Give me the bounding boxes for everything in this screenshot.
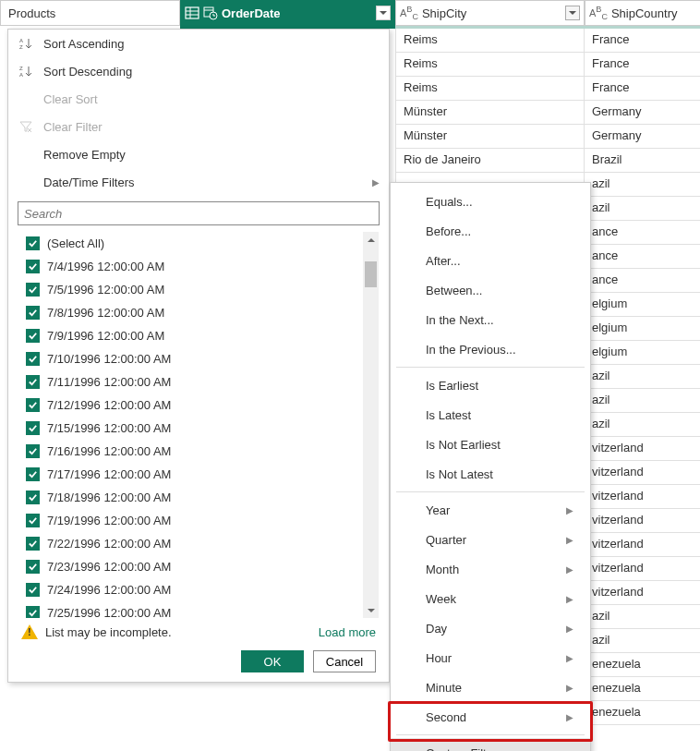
checkbox-checked-icon[interactable] [26,491,40,504]
column-header-shipcountry[interactable]: ABC ShipCountry [585,0,700,26]
filter-month[interactable]: Month▶ [391,554,590,584]
scroll-up-icon[interactable] [363,232,379,248]
cell-shipcountry[interactable]: France [585,29,700,53]
cell-shipcountry[interactable]: ance [585,245,700,269]
filter-is-not-latest[interactable]: Is Not Latest [391,459,590,489]
datetime-filters[interactable]: Date/Time Filters ▶ [8,168,389,196]
filter-value-item[interactable]: 7/9/1996 12:00:00 AM [18,324,379,347]
cell-shipcountry[interactable]: azil [585,629,700,653]
cell-shipcountry[interactable]: vitzerland [585,581,700,605]
cell-shipcountry[interactable]: Germany [585,125,700,149]
table-row[interactable]: ReimsFrance [395,53,700,77]
cell-shipcountry[interactable]: elgium [585,341,700,365]
cell-shipcountry[interactable]: ance [585,269,700,293]
load-more-link[interactable]: Load more [319,625,376,639]
cell-shipcountry[interactable]: vitzerland [585,509,700,533]
filter-custom[interactable]: Custom Filter... [391,738,590,751]
column-filter-dropdown[interactable] [376,6,391,20]
filter-value-item[interactable]: 7/8/1996 12:00:00 AM [18,301,379,324]
checkbox-checked-icon[interactable] [26,283,40,297]
remove-empty[interactable]: Remove Empty [8,140,389,168]
checkbox-checked-icon[interactable] [26,560,40,574]
cell-shipcountry[interactable]: France [585,77,700,101]
cell-shipcountry[interactable]: enezuela [585,677,700,701]
cell-shipcountry[interactable]: vitzerland [585,437,700,461]
checkbox-checked-icon[interactable] [26,398,40,412]
cell-shipcountry[interactable]: elgium [585,293,700,317]
cell-shipcountry[interactable]: azil [585,605,700,629]
search-input[interactable] [18,201,380,225]
table-row[interactable]: ReimsFrance [395,77,700,101]
filter-minute[interactable]: Minute▶ [391,672,590,702]
cell-shipcity[interactable]: Reims [395,77,585,101]
scroll-down-icon[interactable] [363,602,379,618]
filter-value-item[interactable]: 7/12/1996 12:00:00 AM [18,394,379,417]
sort-ascending[interactable]: AZ Sort Ascending [8,30,389,57]
filter-after[interactable]: After... [391,246,590,275]
cell-shipcountry[interactable]: France [585,53,700,77]
filter-value-item[interactable]: 7/19/1996 12:00:00 AM [18,509,379,532]
scroll-thumb[interactable] [365,261,377,287]
table-row[interactable]: MünsterGermany [395,101,700,125]
filter-value-item[interactable]: 7/10/1996 12:00:00 AM [18,347,379,370]
filter-value-item[interactable]: 7/17/1996 12:00:00 AM [18,463,379,486]
filter-is-latest[interactable]: Is Latest [391,400,590,430]
checkbox-checked-icon[interactable] [26,467,40,481]
checkbox-checked-icon[interactable] [26,537,40,551]
checkbox-checked-icon[interactable] [26,236,40,250]
filter-value-item[interactable]: 7/23/1996 12:00:00 AM [18,555,379,578]
cell-shipcountry[interactable]: azil [585,413,700,437]
checkbox-checked-icon[interactable] [26,306,40,320]
cell-shipcity[interactable]: Münster [395,125,585,149]
cell-shipcountry[interactable]: ance [585,221,700,245]
filter-value-item[interactable]: 7/18/1996 12:00:00 AM [18,486,379,509]
cancel-button[interactable]: Cancel [313,650,376,672]
filter-value-item[interactable]: 7/5/1996 12:00:00 AM [18,278,379,301]
cell-shipcountry[interactable]: azil [585,389,700,413]
filter-quarter[interactable]: Quarter▶ [391,525,590,554]
checkbox-checked-icon[interactable] [26,352,40,366]
filter-value-item[interactable]: 7/25/1996 12:00:00 AM [18,601,379,619]
filter-between[interactable]: Between... [391,275,590,305]
filter-value-item[interactable]: 7/4/1996 12:00:00 AM [18,255,379,278]
checkbox-checked-icon[interactable] [26,421,40,435]
filter-day[interactable]: Day▶ [391,613,590,643]
column-header-products[interactable]: Products [0,0,180,26]
filter-in-next[interactable]: In the Next... [391,305,590,334]
filter-week[interactable]: Week▶ [391,584,590,613]
checkbox-checked-icon[interactable] [26,606,40,619]
cell-shipcity[interactable]: Reims [395,53,585,77]
checkbox-checked-icon[interactable] [26,375,40,389]
scrollbar[interactable] [363,232,379,618]
filter-value-item[interactable]: 7/24/1996 12:00:00 AM [18,578,379,601]
filter-is-not-earliest[interactable]: Is Not Earliest [391,430,590,459]
cell-shipcountry[interactable]: Brazil [585,149,700,173]
cell-shipcountry[interactable]: vitzerland [585,533,700,557]
filter-second[interactable]: Second▶ [391,702,590,732]
filter-before[interactable]: Before... [391,216,590,246]
filter-hour[interactable]: Hour▶ [391,643,590,672]
cell-shipcountry[interactable]: vitzerland [585,557,700,581]
cell-shipcity[interactable]: Reims [395,29,585,53]
filter-year[interactable]: Year▶ [391,495,590,525]
cell-shipcountry[interactable]: azil [585,197,700,221]
cell-shipcountry[interactable]: elgium [585,317,700,341]
filter-value-item[interactable]: 7/11/1996 12:00:00 AM [18,370,379,394]
cell-shipcity[interactable]: Münster [395,101,585,125]
column-filter-dropdown[interactable] [565,6,580,20]
table-row[interactable]: ReimsFrance [395,29,700,53]
ok-button[interactable]: OK [241,650,304,672]
checkbox-checked-icon[interactable] [26,514,40,527]
cell-shipcountry[interactable]: enezuela [585,701,700,725]
filter-is-earliest[interactable]: Is Earliest [391,370,590,400]
filter-value-item[interactable]: 7/15/1996 12:00:00 AM [18,417,379,440]
cell-shipcountry[interactable]: azil [585,173,700,197]
cell-shipcountry[interactable]: enezuela [585,653,700,677]
sort-descending[interactable]: ZA Sort Descending [8,57,389,85]
checkbox-checked-icon[interactable] [26,444,40,458]
cell-shipcity[interactable]: Rio de Janeiro [395,149,585,173]
checkbox-checked-icon[interactable] [26,329,40,343]
cell-shipcountry[interactable]: vitzerland [585,485,700,509]
filter-value-item[interactable]: 7/16/1996 12:00:00 AM [18,440,379,463]
table-row[interactable]: Rio de JaneiroBrazil [395,149,700,173]
